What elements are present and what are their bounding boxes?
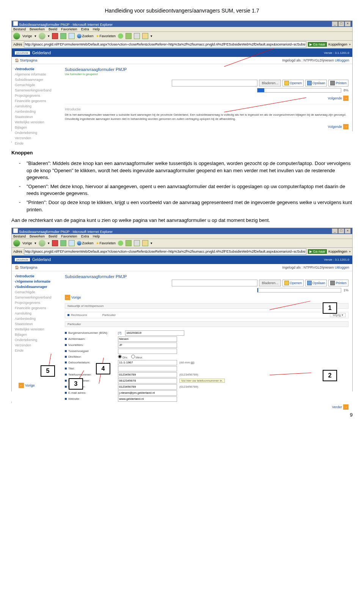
menu-item[interactable]: Bestand <box>13 27 26 31</box>
back-label[interactable]: Vorige <box>22 241 32 245</box>
verder-button[interactable]: Verder→ <box>332 404 348 410</box>
sidebar-item[interactable]: Financiële gegevens <box>12 305 61 311</box>
back-icon[interactable] <box>13 33 20 39</box>
sidebar-item[interactable]: Aanbesteding <box>12 316 61 321</box>
back-icon[interactable] <box>13 240 20 247</box>
dropdown-icon[interactable]: ▾ <box>35 34 36 38</box>
favorites-button[interactable]: ★Favorieten <box>96 34 116 38</box>
file-input[interactable] <box>172 80 257 86</box>
sidebar-nav[interactable]: √Introductie Algemene informatie Subsidi… <box>12 64 61 148</box>
sidebar-item[interactable]: √Introductie <box>12 66 61 72</box>
sidebar-item[interactable]: Gemachtigde <box>12 289 61 295</box>
sidebar-item[interactable]: Wettelijke vereisten <box>12 119 61 125</box>
tool-icon[interactable] <box>134 33 140 39</box>
sidebar-item[interactable]: Ondertekening <box>12 130 61 135</box>
home-icon[interactable] <box>69 33 75 39</box>
mevr-radio[interactable]: Mevr. <box>131 355 143 359</box>
sidebar-item[interactable]: Staatssteun <box>12 321 61 327</box>
sidebar-item[interactable]: √Introductie <box>12 274 61 279</box>
menu-item[interactable]: Bewerken <box>30 27 45 31</box>
address-bar[interactable]: Adres ▶ Ga naar Koppelingen» <box>12 41 352 49</box>
address-bar[interactable]: Adres ▶ Ga naar Koppelingen» <box>12 248 352 256</box>
geboortedatum-input[interactable] <box>118 360 177 365</box>
print-button[interactable]: Printen <box>328 80 348 86</box>
links-label[interactable]: Koppelingen <box>328 42 347 46</box>
menu-item[interactable]: Bewerken <box>30 234 45 238</box>
url-input[interactable] <box>24 41 306 47</box>
sidebar-item[interactable]: Aansluiting <box>12 104 61 109</box>
achternaam-input[interactable] <box>118 336 177 342</box>
file-input[interactable] <box>172 280 257 286</box>
next-button[interactable]: Volgende→ <box>328 124 348 129</box>
vorige-bottom[interactable]: ←Vorige <box>19 383 35 388</box>
maximize-icon[interactable]: □ <box>338 21 344 27</box>
search-button[interactable]: Zoeken <box>77 34 94 38</box>
titel-input[interactable] <box>118 366 177 371</box>
sidebar-item[interactable]: √Subsidieaanvrager <box>12 284 61 289</box>
menu-item[interactable]: Favorieten <box>61 234 77 238</box>
tool-icon[interactable] <box>126 240 132 246</box>
menu-item[interactable]: Extra <box>81 234 89 238</box>
url-input[interactable] <box>24 248 306 255</box>
sidebar-item[interactable]: Einde <box>12 348 61 353</box>
email-input[interactable] <box>118 390 177 396</box>
sidebar-item[interactable]: Samenwerkingsverband <box>12 295 61 300</box>
sidebar-item[interactable]: Financiële gegevens <box>12 98 61 104</box>
menu-item[interactable]: Bestand <box>13 234 26 238</box>
menu-item[interactable]: Help <box>93 234 100 238</box>
sidebar-item[interactable]: Projectgegevens <box>12 300 61 305</box>
menu-item[interactable]: Beeld <box>49 27 57 31</box>
tool-icon[interactable] <box>134 240 140 246</box>
sidebar-item[interactable]: Aanbesteding <box>12 109 61 114</box>
stop-icon[interactable] <box>52 33 58 39</box>
sidebar-item[interactable]: Staatssteun <box>12 114 61 119</box>
stop-icon[interactable] <box>52 240 58 246</box>
sidebar-item[interactable]: Subsidieaanvrager <box>12 77 61 82</box>
save-button[interactable]: Opslaan <box>305 80 327 86</box>
minimize-icon[interactable]: _ <box>332 228 338 234</box>
tool-icon[interactable] <box>142 240 148 246</box>
website-input[interactable] <box>118 396 177 402</box>
menu-bar[interactable]: BestandBewerkenBeeldFavorietenExtraHelp <box>12 234 352 239</box>
sidebar-item[interactable]: Bijlagen <box>12 125 61 130</box>
next-button[interactable]: Volgende→ <box>328 96 348 101</box>
dropdown-icon[interactable]: ▾ <box>151 34 152 38</box>
sidebar-item[interactable]: Aansluiting <box>12 311 61 316</box>
home-link[interactable]: 🏠 Startpagina <box>15 266 38 269</box>
dhr-radio[interactable]: Dhr. <box>118 355 128 359</box>
logout-link[interactable]: Uitloggen <box>335 266 349 269</box>
go-button[interactable]: ▶ Ga naar <box>308 42 327 47</box>
fax-input[interactable] <box>118 384 177 390</box>
save-button[interactable]: Opslaan <box>305 280 327 286</box>
menu-item[interactable]: Beeld <box>49 234 57 238</box>
media-icon[interactable] <box>118 241 123 246</box>
maximize-icon[interactable]: □ <box>338 228 344 234</box>
sidebar-item[interactable]: Verzenden <box>12 343 61 348</box>
sidebar-item[interactable]: Einde <box>12 141 61 146</box>
sidebar-item[interactable]: √Algemene informatie <box>12 279 61 284</box>
sidebar-item[interactable]: Wettelijke vereisten <box>12 327 61 332</box>
sidebar-item[interactable]: Bijlagen <box>12 332 61 337</box>
home-link[interactable]: 🏠 Startpagina <box>15 58 38 62</box>
sidebar-item[interactable]: Samenwerkingsverband <box>12 88 61 93</box>
close-icon[interactable]: × <box>345 228 351 234</box>
menu-item[interactable]: Extra <box>81 27 89 31</box>
tussenvoegsel-input[interactable] <box>118 349 177 354</box>
go-button[interactable]: ▶ Ga naar <box>308 249 327 254</box>
sidebar-nav[interactable]: √Introductie √Algemene informatie √Subsi… <box>12 271 61 413</box>
tool-icon[interactable] <box>142 33 148 39</box>
sidebar-item[interactable]: Projectgegevens <box>12 93 61 98</box>
search-button[interactable]: Zoeken <box>77 241 94 245</box>
favorites-button[interactable]: ★Favorieten <box>96 241 116 245</box>
menu-bar[interactable]: BestandBewerkenBeeldFavorietenExtraHelp <box>12 27 352 32</box>
menu-item[interactable]: Help <box>93 27 100 31</box>
refresh-icon[interactable] <box>60 33 66 39</box>
media-icon[interactable] <box>118 33 123 39</box>
toolbar[interactable]: Vorige▾ ▾ Zoeken ★Favorieten ▾ <box>12 239 352 248</box>
sidebar-item[interactable]: Algemene informatie <box>12 72 61 77</box>
links-label[interactable]: Koppelingen <box>328 250 347 253</box>
prev-button[interactable]: ←Vorige <box>65 295 81 300</box>
open-button[interactable]: Openen <box>282 280 304 286</box>
logout-link[interactable]: Uitloggen <box>335 58 349 62</box>
sidebar-item[interactable]: Ondertekening <box>12 337 61 343</box>
